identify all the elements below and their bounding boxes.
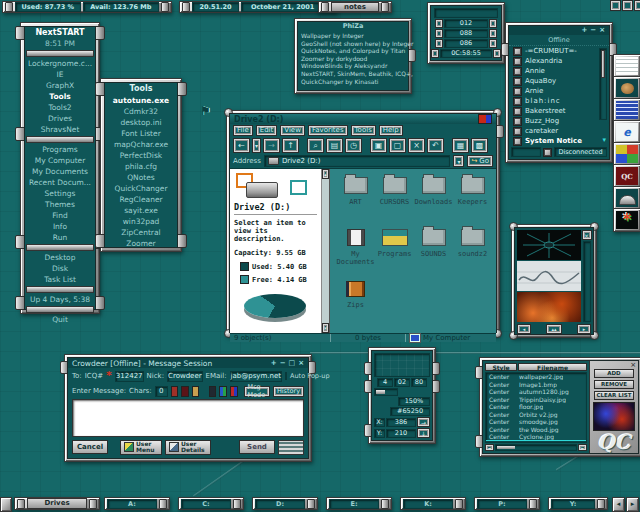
wallpaper-row[interactable]: CenterOrbitz v2.jpg bbox=[486, 411, 586, 419]
bar-end-cap[interactable] bbox=[307, 499, 315, 509]
wallpaper-row[interactable]: Centerfloor.jpg bbox=[486, 403, 586, 411]
dock-item-paint[interactable] bbox=[613, 76, 640, 100]
taskbar-drive-d[interactable]: D: bbox=[252, 497, 318, 510]
bar-end-cap[interactable] bbox=[17, 499, 25, 509]
menu-item[interactable]: autotune.exe bbox=[105, 95, 177, 106]
menu-item[interactable]: RegCleaner bbox=[105, 194, 177, 205]
menu-help[interactable]: Help bbox=[379, 125, 403, 136]
menu-item[interactable]: Task List bbox=[25, 274, 95, 285]
file-item[interactable]: My Documents bbox=[336, 229, 375, 281]
remove-button[interactable]: REMOVE bbox=[594, 380, 634, 389]
menu-view[interactable]: View bbox=[280, 125, 305, 136]
taskbar-drive-k[interactable]: K: bbox=[400, 497, 466, 510]
menu-item[interactable]: Tools2 bbox=[25, 102, 95, 113]
taskbar-scroll-right[interactable]: ▸ bbox=[626, 497, 639, 512]
flag-button[interactable] bbox=[230, 386, 238, 397]
file-item[interactable]: ART bbox=[336, 177, 375, 229]
dock-item-notepad[interactable] bbox=[613, 54, 640, 78]
meter-button[interactable] bbox=[435, 39, 443, 48]
contact-row[interactable]: AquaBoy bbox=[509, 76, 609, 86]
taskbar-drive-e[interactable]: E: bbox=[326, 497, 392, 510]
scroll-thumb[interactable] bbox=[601, 50, 605, 78]
auto-popup-checkbox[interactable] bbox=[285, 372, 287, 380]
bar-end-cap[interactable] bbox=[321, 2, 329, 12]
meter-button[interactable] bbox=[489, 39, 497, 48]
file-item[interactable]: Zips bbox=[336, 281, 375, 333]
menu-item[interactable]: desktop.ini bbox=[105, 117, 177, 128]
color-scheme-button[interactable] bbox=[219, 386, 227, 397]
connection-status[interactable]: Disconnected bbox=[554, 147, 607, 157]
meter-button[interactable] bbox=[489, 29, 497, 38]
bar-end-cap[interactable] bbox=[89, 499, 97, 509]
info-panel-scrollbar[interactable]: ▴ ▾ bbox=[321, 169, 330, 333]
taskbar-scroll-left[interactable]: ◂ bbox=[612, 497, 625, 512]
nick-field[interactable]: Crowdeer bbox=[167, 371, 203, 382]
dock-item-ie[interactable]: e bbox=[613, 120, 640, 144]
msg-mode-button[interactable]: Msg Mode bbox=[244, 386, 270, 397]
menu-tools[interactable]: Tools bbox=[351, 125, 376, 136]
dock-item-dome[interactable] bbox=[613, 186, 640, 210]
dock-item-windows[interactable] bbox=[613, 142, 640, 166]
taskbar-drive-y[interactable]: Y: bbox=[548, 497, 608, 510]
search-icon[interactable]: ⌕ bbox=[307, 138, 324, 153]
meter-button[interactable] bbox=[493, 49, 501, 58]
filmstrip-scrollbar[interactable] bbox=[583, 241, 591, 322]
menu-item[interactable]: ZipCentral bbox=[105, 227, 177, 238]
explorer-titlebar[interactable]: Drive2 (D:) bbox=[230, 114, 496, 124]
history-icon[interactable]: ◷ bbox=[345, 138, 362, 153]
bar-end-cap[interactable] bbox=[233, 499, 241, 509]
wallpaper-row[interactable]: CenterTrippinDaisy.jpg bbox=[486, 396, 586, 404]
message-titlebar[interactable]: Crowdeer [Offline] - Message Session + −… bbox=[68, 358, 308, 368]
bar-end-cap[interactable] bbox=[5, 2, 13, 12]
zoom-slider[interactable] bbox=[374, 388, 398, 396]
wallpaper-row[interactable]: CenterImage1.bmp bbox=[486, 381, 586, 389]
history-button[interactable]: History bbox=[273, 386, 304, 397]
menu-item[interactable]: Themes bbox=[25, 199, 95, 210]
file-item[interactable]: Downloads bbox=[414, 177, 453, 229]
file-item[interactable]: soundz2 bbox=[453, 229, 492, 281]
menu-item[interactable]: Desktop bbox=[25, 252, 95, 263]
wallpaper-list[interactable]: Centerwallpaper2.jpg CenterImage1.bmp Ce… bbox=[485, 372, 587, 443]
quote-button[interactable] bbox=[209, 386, 217, 397]
arrow-down-icon[interactable]: ↓ bbox=[417, 428, 430, 438]
resize-grip[interactable] bbox=[278, 440, 304, 455]
meter-button[interactable] bbox=[435, 29, 443, 38]
dock-item-starburst[interactable]: * bbox=[613, 208, 640, 232]
column-header-style[interactable]: Style bbox=[485, 363, 517, 371]
close-button[interactable]: × bbox=[630, 361, 636, 369]
wallpaper-row[interactable]: Centerwallpaper2.jpg bbox=[486, 373, 586, 381]
contact-row[interactable]: -=CRUMBUT=- bbox=[509, 46, 609, 56]
menu-item[interactable]: Lockergnome.c... bbox=[25, 58, 95, 69]
file-item[interactable]: SOUNDS bbox=[414, 229, 453, 281]
font-color-button[interactable] bbox=[181, 386, 189, 397]
file-item[interactable]: Programs bbox=[375, 229, 414, 281]
menu-item[interactable]: win32pad bbox=[105, 216, 177, 227]
taskbar-drive-c[interactable]: C: bbox=[178, 497, 244, 510]
windowblinds-logo-icon[interactable] bbox=[478, 114, 492, 124]
views-icon[interactable]: ▦ bbox=[452, 138, 469, 153]
menu-item[interactable]: mapQchar.exe bbox=[105, 139, 177, 150]
tray-button-icon[interactable] bbox=[610, 0, 621, 11]
minimize-button[interactable]: − bbox=[280, 360, 286, 367]
scroll-down-button[interactable]: ▾ bbox=[322, 323, 329, 333]
tray-button-icon[interactable] bbox=[622, 0, 633, 11]
menu-item[interactable]: QNotes bbox=[105, 172, 177, 183]
copy-to-icon[interactable]: ▢ bbox=[389, 138, 406, 153]
user-details-button[interactable]: User Details bbox=[165, 440, 211, 455]
move-to-icon[interactable]: ▣ bbox=[370, 138, 387, 153]
forward-icon[interactable]: → bbox=[263, 138, 280, 153]
address-field[interactable]: Drive2 (D:) bbox=[264, 155, 451, 167]
bar-end-cap[interactable] bbox=[529, 499, 537, 509]
close-button[interactable]: × bbox=[599, 27, 605, 34]
delete-icon[interactable]: × bbox=[408, 138, 425, 153]
contact-row[interactable]: caretaker bbox=[509, 126, 609, 136]
file-item[interactable]: Keepers bbox=[453, 177, 492, 229]
taskbar-corner-cap[interactable] bbox=[0, 497, 12, 512]
menu-item[interactable]: Recent Docum... bbox=[25, 177, 95, 188]
menu-item[interactable]: Run bbox=[25, 232, 95, 243]
meter-button[interactable] bbox=[431, 49, 439, 58]
bar-end-cap[interactable] bbox=[455, 499, 463, 509]
status-icon[interactable] bbox=[543, 148, 552, 157]
close-button[interactable]: × bbox=[582, 230, 592, 240]
tray-button-icon[interactable] bbox=[634, 0, 640, 11]
